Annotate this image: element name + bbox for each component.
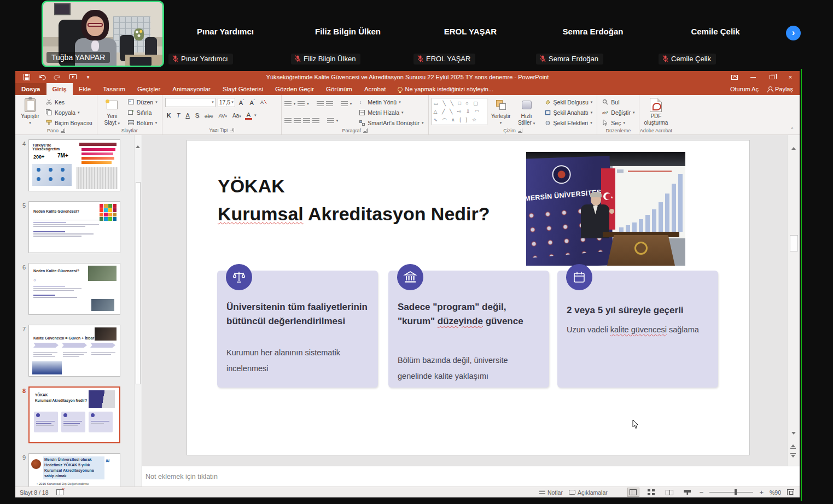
tab-design[interactable]: Tasarım (97, 83, 131, 95)
video-tile-active-speaker[interactable]: Tuğba YANPAR (42, 1, 164, 67)
align-left-icon[interactable] (284, 118, 292, 124)
increase-indent-icon[interactable] (326, 101, 333, 107)
collapse-ribbon-icon[interactable]: ⌃ (790, 127, 794, 132)
paste-button[interactable]: Yapıştır▾ (18, 97, 42, 127)
grow-font-button[interactable]: Aˆ (237, 99, 246, 106)
card-validity-period[interactable]: 2 veya 5 yıl süreyle geçerli Uzun vadeli… (557, 271, 718, 388)
next-participants-button[interactable]: › (786, 26, 801, 40)
font-color-button[interactable]: A (245, 112, 252, 120)
thumbnail-slide-8-selected[interactable]: 8 YÖKAK Kurumsal Akreditasyon Nedir? (15, 386, 142, 443)
scroll-down-icon[interactable] (791, 432, 796, 444)
align-text-button[interactable]: Metni Hizala▾ (357, 108, 425, 117)
underline-button[interactable]: A (184, 112, 191, 119)
copy-button[interactable]: Kopyala▾ (44, 108, 94, 117)
zoom-out-button[interactable]: − (700, 488, 704, 496)
justify-icon[interactable] (312, 118, 319, 124)
thumbnail-slide-5[interactable]: 5 Neden Kalite Güvencesi? (15, 201, 142, 253)
slide-sorter-view-button[interactable] (645, 488, 657, 497)
thumbnail-scrollbar[interactable] (134, 135, 142, 487)
normal-view-button[interactable] (627, 488, 639, 497)
restore-button[interactable] (762, 71, 781, 83)
next-slide-button[interactable] (790, 453, 796, 458)
video-tile[interactable]: EROL YAŞAR EROL YAŞAR (409, 1, 532, 67)
slide-photo-mersin-conference[interactable]: MERSİN ÜNİVERSİTESİ (526, 152, 685, 266)
customize-qat-icon[interactable]: ▾ (84, 73, 92, 81)
tab-transitions[interactable]: Geçişler (131, 83, 166, 95)
arrange-button[interactable]: Yerleştir▾ (489, 97, 513, 127)
format-painter-button[interactable]: Biçim Boyacısı (44, 118, 94, 127)
redo-icon[interactable] (54, 73, 61, 81)
select-button[interactable]: Seç▾ (600, 118, 636, 127)
pdf-create-button[interactable]: PDFoluşturma (642, 97, 669, 127)
tab-file[interactable]: Dosya (15, 83, 46, 95)
dialog-launcher-icon[interactable] (363, 128, 368, 133)
video-tile[interactable]: Pınar Yardımcı Pınar Yardımcı (164, 1, 287, 67)
share-button[interactable]: Paylaş (767, 86, 793, 92)
notes-toggle-button[interactable]: Notlar (539, 489, 563, 496)
scrollbar-thumb[interactable] (790, 235, 798, 251)
zoom-slider-thumb[interactable] (735, 489, 737, 495)
card-holistic-evaluation[interactable]: Üniversitenin tüm faaliyetlerinin bütünc… (217, 271, 378, 388)
reset-button[interactable]: Sıfırla (126, 108, 159, 117)
bold-button[interactable]: K (165, 112, 173, 119)
undo-icon[interactable] (38, 73, 46, 81)
shrink-font-button[interactable]: Aˇ (248, 99, 257, 106)
scrollbar-thumb[interactable] (136, 182, 141, 384)
comments-toggle-button[interactable]: Açıklamalar (569, 489, 608, 496)
fit-to-window-icon[interactable] (787, 489, 794, 495)
zoom-slider[interactable] (709, 492, 753, 493)
zoom-in-button[interactable]: + (759, 488, 764, 496)
tab-review[interactable]: Gözden Geçir (269, 83, 320, 95)
replace-button[interactable]: abDeğiştir▾ (600, 108, 636, 117)
start-slideshow-icon[interactable] (69, 73, 77, 81)
decrease-indent-icon[interactable] (317, 101, 324, 107)
line-spacing-icon[interactable] (341, 101, 348, 107)
video-tile[interactable]: Semra Erdoğan Semra Erdoğan (532, 1, 654, 67)
shape-outline-button[interactable]: Şekil Anahattı▾ (543, 108, 595, 117)
spell-check-icon[interactable] (56, 489, 63, 495)
thumbnail-slide-6[interactable]: 6 Neden Kalite Güvencesi? ○ (15, 263, 142, 315)
find-button[interactable]: Bul (600, 97, 636, 107)
shapes-gallery[interactable]: ▭ ╲ ╲ □ ○ ▢ △ ╱ ╲ ⇨ ⇩ ◠ ∿ ◠ ∧ { } ☆ (432, 98, 487, 125)
close-button[interactable]: × (781, 71, 800, 83)
video-tile[interactable]: Filiz Bilgin Ülken Filiz Bilgin Ülken (287, 1, 409, 67)
align-center-icon[interactable] (294, 118, 301, 124)
character-spacing-button[interactable]: AV▾ (217, 113, 228, 119)
italic-button[interactable]: T (175, 112, 182, 119)
ribbon-display-options-button[interactable] (725, 71, 744, 83)
convert-smartart-button[interactable]: SmartArt'a Dönüştür▾ (357, 118, 425, 127)
change-case-button[interactable]: Aa▾ (231, 113, 243, 119)
sign-in-button[interactable]: Oturum Aç (730, 86, 759, 92)
dialog-launcher-icon[interactable] (518, 128, 522, 133)
tab-insert[interactable]: Ekle (73, 83, 97, 95)
dialog-launcher-icon[interactable] (61, 128, 65, 133)
thumbnail-slide-4[interactable]: 4 Türkiye'de Yükseköğretim 200+ 7M+ (15, 139, 142, 191)
card-institution-level[interactable]: Sadece "program" değil, "kurum" düzeyind… (388, 271, 549, 388)
section-button[interactable]: Bölüm▾ (126, 118, 159, 127)
thumbnail-slide-7[interactable]: 7 Kalite Güvencesi = Güven + İtibar (15, 325, 142, 377)
tab-home[interactable]: Giriş (46, 83, 73, 95)
text-direction-button[interactable]: ↕Metin Yönü▾ (357, 97, 425, 107)
tab-slideshow[interactable]: Slayt Gösterisi (217, 83, 269, 95)
notes-pane[interactable]: Not eklemek için tıklatın (142, 466, 800, 487)
slide-8[interactable]: YÖKAK Kurumsal Akreditasyon Nedir? MERSİ… (187, 140, 749, 455)
tab-acrobat[interactable]: Acrobat (358, 83, 392, 95)
quick-styles-button[interactable]: HızlıStiller ▾ (515, 97, 539, 128)
tab-animations[interactable]: Animasyonlar (166, 83, 217, 95)
slideshow-view-button[interactable] (681, 488, 694, 497)
bullets-icon[interactable] (284, 101, 292, 107)
new-slide-button[interactable]: YeniSlayt ▾ (100, 97, 124, 128)
previous-slide-button[interactable] (790, 444, 796, 449)
minimize-button[interactable] (744, 71, 762, 83)
scroll-up-icon[interactable] (791, 138, 796, 150)
font-size-select[interactable]: 17,5▾ (218, 98, 235, 107)
zoom-level[interactable]: %90 (770, 489, 781, 496)
numbering-icon[interactable] (298, 101, 305, 107)
dialog-launcher-icon[interactable] (230, 128, 234, 132)
shape-fill-button[interactable]: Şekil Dolgusu▾ (543, 97, 595, 107)
thumbnail-slide-9[interactable]: 9 Mersin Üniversitesi olarak Hedefimiz Y… (15, 453, 142, 487)
align-right-icon[interactable] (303, 118, 310, 124)
video-tile[interactable]: Cemile Çelik Cemile Çelik (654, 1, 777, 67)
layout-button[interactable]: Düzen▾ (126, 97, 159, 107)
tab-view[interactable]: Görünüm (320, 83, 358, 95)
